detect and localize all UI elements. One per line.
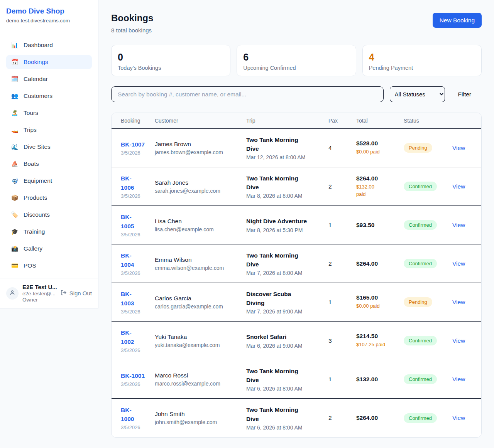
stat-card-upcoming-confirmed: 6 Upcoming Confirmed (237, 45, 356, 76)
sidebar-item-calendar[interactable]: 🗓️ Calendar (6, 72, 92, 86)
total-amount: $214.50 (356, 333, 404, 340)
sidebar-item-customers[interactable]: 👥 Customers (6, 89, 92, 103)
sidebar-item-training[interactable]: 🎓 Training (6, 225, 92, 239)
view-link[interactable]: View (452, 183, 465, 190)
booking-id-link[interactable]: BK- 1003 (121, 290, 134, 308)
booking-id-link[interactable]: BK- 1005 (121, 212, 134, 231)
discounts-icon: 🏷️ (11, 211, 19, 218)
customer-email: john.smith@example.com (155, 419, 246, 425)
sidebar-item-bookings[interactable]: 📅 Bookings (6, 55, 92, 69)
brand-block: Demo Dive Shop demo.test.divestreams.com (0, 0, 98, 30)
sidebar-item-label: Customers (24, 93, 52, 99)
sidebar-item-products[interactable]: 📦 Products (6, 191, 92, 205)
page-subtitle: 8 total bookings (111, 27, 153, 34)
shop-name: Demo Dive Shop (6, 7, 92, 15)
sidebar-item-boats[interactable]: ⛵ Boats (6, 157, 92, 171)
sidebar-item-label: Calendar (24, 76, 48, 83)
page-header: Bookings 8 total bookings New Booking (111, 13, 482, 34)
column-header-trip: Trip (246, 118, 328, 124)
total-amount: $93.50 (356, 222, 404, 229)
trip-name: Two Tank Morning Dive (246, 135, 310, 153)
pax-count: 2 (328, 414, 356, 421)
stat-label: Today's Bookings (118, 65, 224, 71)
column-header-status: Status (404, 118, 452, 124)
trip-datetime: Mar 6, 2026 at 8:00 AM (246, 424, 328, 431)
sign-out-button[interactable]: Sign Out (61, 290, 92, 297)
view-link[interactable]: View (452, 222, 465, 228)
view-link[interactable]: View (452, 414, 465, 421)
sidebar-item-label: Trips (24, 126, 37, 133)
sidebar-item-discounts[interactable]: 🏷️ Discounts (6, 208, 92, 222)
sidebar-item-label: Bookings (24, 59, 48, 66)
pos-icon: 💳 (11, 262, 19, 269)
sidebar-item-label: POS (24, 262, 36, 269)
booking-date: 3/5/2026 (121, 232, 155, 237)
sidebar-item-pos[interactable]: 💳 POS (6, 259, 92, 273)
trip-name: Two Tank Morning Dive (246, 174, 310, 192)
dashboard-icon: 📊 (11, 42, 19, 49)
page-title: Bookings (111, 13, 153, 24)
sidebar-item-label: Discounts (24, 211, 50, 218)
view-link[interactable]: View (452, 376, 465, 382)
view-link[interactable]: View (452, 299, 465, 305)
booking-id-link[interactable]: BK- 1002 (121, 328, 134, 346)
sidebar-item-equipment[interactable]: 🤿 Equipment (6, 174, 92, 188)
sidebar-item-label: Equipment (24, 177, 52, 184)
search-input[interactable] (111, 86, 384, 102)
customer-name: James Brown (155, 141, 246, 148)
avatar (6, 287, 19, 300)
table-row: BK-1007 3/5/2026 James Brown james.brown… (112, 129, 481, 167)
booking-date: 3/5/2026 (121, 270, 155, 276)
paid-amount: $132.00 paid (356, 184, 387, 198)
main-content: Bookings 8 total bookings New Booking 0 … (98, 0, 494, 438)
bookings-icon: 📅 (11, 59, 19, 66)
gallery-icon: 📸 (11, 245, 19, 252)
customer-email: lisa.chen@example.com (155, 226, 246, 232)
stat-value: 0 (118, 52, 224, 63)
sidebar-item-tours[interactable]: 🏝️ Tours (6, 106, 92, 120)
sidebar-item-label: Gallery (24, 245, 42, 252)
sidebar-item-dive-sites[interactable]: 🌊 Dive Sites (6, 140, 92, 154)
total-amount: $264.00 (356, 414, 404, 421)
table-row: BK- 1004 3/5/2026 Emma Wilson emma.wilso… (112, 244, 481, 283)
sidebar-item-trips[interactable]: 🚤 Trips (6, 123, 92, 137)
sidebar-item-label: Products (24, 194, 47, 201)
status-badge: Confirmed (404, 220, 437, 230)
status-badge: Pending (404, 297, 432, 307)
new-booking-button[interactable]: New Booking (433, 13, 482, 28)
sidebar-item-label: Dive Sites (24, 143, 51, 150)
table-row: BK- 1003 3/5/2026 Carlos Garcia carlos.g… (112, 283, 481, 322)
booking-id-link[interactable]: BK- 1000 (121, 406, 134, 424)
table-row: BK- 1002 3/5/2026 Yuki Tanaka yuki.tanak… (112, 322, 481, 360)
sidebar-item-gallery[interactable]: 📸 Gallery (6, 242, 92, 256)
pax-count: 3 (328, 337, 356, 344)
table-row: BK- 1005 3/5/2026 Lisa Chen lisa.chen@ex… (112, 206, 481, 244)
trip-datetime: Mar 6, 2026 at 8:00 AM (246, 386, 328, 392)
booking-id-link[interactable]: BK-1007 (121, 140, 145, 149)
view-link[interactable]: View (452, 145, 465, 151)
view-link[interactable]: View (452, 260, 465, 267)
trip-name: Snorkel Safari (246, 332, 310, 341)
trip-datetime: Mar 8, 2026 at 8:00 AM (246, 193, 328, 199)
sign-out-label: Sign Out (69, 290, 92, 296)
status-select[interactable]: All Statuses (390, 86, 445, 102)
booking-date: 3/5/2026 (121, 381, 155, 387)
booking-id-link[interactable]: BK- 1004 (121, 251, 134, 269)
user-meta: E2E Test U... e2e-tester@... Owner (22, 284, 57, 303)
booking-date: 3/5/2026 (121, 150, 155, 156)
trip-name: Two Tank Morning Dive (246, 251, 310, 269)
booking-id-link[interactable]: BK-1001 (121, 371, 145, 380)
trip-datetime: Mar 7, 2026 at 9:00 AM (246, 308, 328, 315)
view-link[interactable]: View (452, 337, 465, 344)
sidebar: Demo Dive Shop demo.test.divestreams.com… (0, 0, 98, 308)
trip-datetime: Mar 7, 2026 at 8:00 AM (246, 270, 328, 276)
user-section: E2E Test U... e2e-tester@... Owner Sign … (0, 278, 98, 308)
title-block: Bookings 8 total bookings (111, 13, 153, 34)
filter-button[interactable]: Filter (451, 91, 482, 98)
booking-id-link[interactable]: BK- 1006 (121, 174, 134, 192)
customer-name: Yuki Tanaka (155, 333, 246, 340)
sidebar-item-label: Boats (24, 160, 39, 167)
pax-count: 4 (328, 145, 356, 152)
sidebar-item-dashboard[interactable]: 📊 Dashboard (6, 38, 92, 52)
customer-name: Marco Rossi (155, 372, 246, 379)
